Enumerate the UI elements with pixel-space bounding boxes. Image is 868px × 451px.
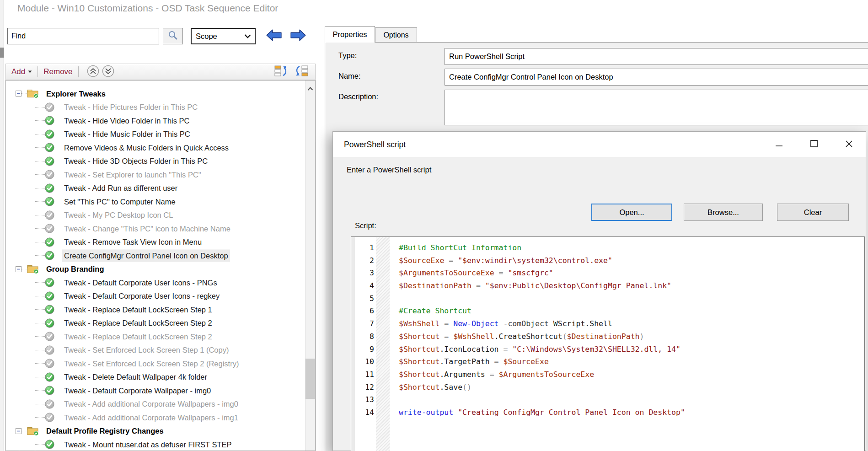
close-button[interactable] — [842, 137, 856, 152]
tree-item-label: Tweak - Remove Task View Icon in Menu — [64, 238, 202, 247]
script-label: Script: — [355, 221, 376, 230]
tree-item-row[interactable]: Tweak - Default Corporate User Icons - r… — [6, 290, 305, 303]
add-dropdown-caret-icon[interactable] — [28, 70, 32, 73]
tree-item-row[interactable]: Tweak - Change "This PC" icon to Machine… — [6, 222, 305, 236]
tree-item-label: Tweak - Delete Default Wallpaper 4k fold… — [64, 373, 207, 381]
powershell-script-dialog: PowerShell script Enter a PowerShell scr… — [332, 131, 866, 451]
add-button[interactable]: Add — [11, 67, 25, 76]
tree-item-label: Tweak - Replace Default LockScreen Step … — [64, 319, 212, 328]
check-enabled-icon — [45, 251, 54, 260]
check-disabled-icon — [45, 399, 54, 409]
description-field[interactable] — [445, 90, 868, 125]
tree-item-label: Tweak - Hide Video Folder in This PC — [64, 116, 190, 125]
tab-options[interactable]: Options — [375, 27, 417, 43]
tab-properties[interactable]: Properties — [325, 26, 375, 43]
toolbar-separator — [38, 66, 38, 77]
window-edge-scrollbar-thumb[interactable] — [0, 48, 4, 58]
check-enabled-icon — [45, 386, 54, 395]
tree-item-row[interactable]: Tweak - Replace Default LockScreen Step … — [6, 303, 305, 317]
tree-group-row[interactable]: Default Profile Registry Changes — [6, 424, 305, 438]
type-field[interactable] — [445, 48, 868, 65]
find-previous-button[interactable] — [263, 27, 284, 45]
arrow-left-icon — [265, 28, 283, 44]
check-disabled-icon — [45, 413, 54, 422]
tree-item-row[interactable]: Tweak - Set Explorer to launch "This PC" — [6, 168, 305, 182]
check-enabled-icon — [45, 156, 54, 166]
expand-toggle-icon[interactable] — [16, 266, 21, 272]
check-disabled-icon — [45, 345, 54, 355]
tree-item-row[interactable]: Tweak - Add Run as different user — [6, 182, 305, 195]
gutter-strip — [351, 237, 355, 451]
tree-item-row[interactable]: Tweak - Hide Music Folder in This PC — [6, 128, 305, 141]
tree-item-label: Tweak - Add Run as different user — [64, 184, 177, 193]
double-chevron-down-icon — [102, 65, 114, 79]
tree-item-row[interactable]: Tweak - Add additional Corporate Wallpap… — [6, 411, 305, 424]
tree-group-label: Explorer Tweaks — [46, 89, 106, 98]
script-editor[interactable]: 1234567891011121314 #Build ShortCut Info… — [351, 236, 865, 451]
tree-group-row[interactable]: Group Branding — [6, 263, 305, 276]
find-next-button[interactable] — [288, 27, 309, 45]
check-disabled-icon — [45, 359, 54, 368]
remove-button[interactable]: Remove — [43, 67, 72, 76]
tree-item-row[interactable]: Tweak - Replace Default LockScreen Step … — [6, 330, 305, 344]
window-title: Module - Win10 Customizations - OSD Task… — [17, 3, 278, 14]
scroll-up-icon[interactable] — [307, 85, 314, 93]
tree-group-row[interactable]: Explorer Tweaks — [6, 87, 305, 101]
tree-item-row[interactable]: Tweak - Default Corporate User Icons - P… — [6, 276, 305, 290]
open-button[interactable]: Open... — [591, 204, 672, 221]
tree-item-label: Tweak - Mount ntuser.dat as defuser FIRS… — [64, 440, 232, 449]
tree-item-row[interactable]: Tweak - Hide 3D Objects Folder in This P… — [6, 155, 305, 168]
dialog-titlebar[interactable]: PowerShell script — [333, 132, 866, 157]
tree-item-row[interactable]: Tweak - Remove Task View Icon in Menu — [6, 236, 305, 249]
scope-dropdown[interactable]: Scope — [191, 28, 256, 44]
expand-toggle-icon[interactable] — [16, 428, 21, 434]
tree-item-row[interactable]: Create ConfigMgr Control Panel Icon on D… — [6, 249, 305, 263]
tree-item-row[interactable]: Tweak - Hide Pictures Folder in This PC — [6, 101, 305, 114]
tree-item-row[interactable]: Tweak - Default Corporate Wallpaper - im… — [6, 384, 305, 397]
undo-list-change-button[interactable] — [274, 64, 289, 79]
tree-item-label: Tweak - Change "This PC" icon to Machine… — [64, 224, 230, 233]
name-field[interactable] — [445, 69, 868, 86]
tree-item-row[interactable]: Tweak - Hide Video Folder in This PC — [6, 114, 305, 128]
tree-group-label: Default Profile Registry Changes — [46, 427, 164, 435]
redo-list-change-button[interactable] — [294, 64, 309, 79]
tree-item-row[interactable]: Tweak - Add additional Corporate Wallpap… — [6, 397, 305, 411]
browse-button[interactable]: Browse... — [684, 204, 763, 221]
check-disabled-icon — [45, 170, 54, 179]
move-down-button[interactable] — [102, 65, 114, 79]
folder-check-icon — [27, 89, 39, 98]
tree-item-row[interactable]: Set "This PC" to Computer Name — [6, 195, 305, 209]
tree-scrollbar[interactable] — [305, 81, 315, 451]
check-enabled-icon — [45, 291, 54, 301]
check-disabled-icon — [45, 224, 54, 233]
tree-item-row[interactable]: Tweak - Replace Default LockScreen Step … — [6, 317, 305, 330]
maximize-icon — [810, 140, 818, 150]
search-button[interactable] — [163, 28, 183, 44]
check-enabled-icon — [45, 278, 54, 287]
move-up-button[interactable] — [87, 65, 99, 79]
minimize-button[interactable] — [772, 137, 786, 152]
tree-item-row[interactable]: Tweak - Delete Default Wallpaper 4k fold… — [6, 370, 305, 384]
tree-scrollbar-thumb[interactable] — [305, 359, 315, 399]
window-edge-scrollbar[interactable] — [0, 0, 4, 451]
tree-item-row[interactable]: Remove Videos & Music Folders in Quick A… — [6, 141, 305, 155]
check-disabled-icon — [45, 332, 54, 341]
tree-item-row[interactable]: Tweak - My PC Desktop Icon CL — [6, 209, 305, 222]
find-input[interactable] — [7, 28, 159, 44]
dialog-title: PowerShell script — [344, 140, 406, 149]
tree-item-label: Tweak - Set Enforced Lock Screen Step 1 … — [64, 346, 229, 354]
tree-item-row[interactable]: Tweak - Set Enforced Lock Screen Step 2 … — [6, 357, 305, 370]
expand-toggle-icon[interactable] — [16, 91, 21, 97]
tree-toolbar: Add Remove — [5, 64, 316, 80]
check-enabled-icon — [45, 237, 54, 247]
tree-item-row[interactable]: Tweak - Mount ntuser.dat as defuser FIRS… — [6, 438, 305, 451]
tree-item-label: Set "This PC" to Computer Name — [64, 197, 176, 206]
clear-button[interactable]: Clear — [777, 204, 849, 221]
tree-item-label: Tweak - Set Explorer to launch "This PC" — [64, 170, 201, 179]
tree-item-label: Tweak - Set Enforced Lock Screen Step 2 … — [64, 359, 239, 368]
tree-item-row[interactable]: Tweak - Set Enforced Lock Screen Step 1 … — [6, 344, 305, 357]
folder-check-icon — [27, 264, 39, 274]
maximize-button[interactable] — [807, 137, 821, 152]
tree-item-label: Tweak - Hide 3D Objects Folder in This P… — [64, 157, 208, 166]
task-sequence-tree[interactable]: Explorer TweaksTweak - Hide Pictures Fol… — [5, 80, 316, 451]
